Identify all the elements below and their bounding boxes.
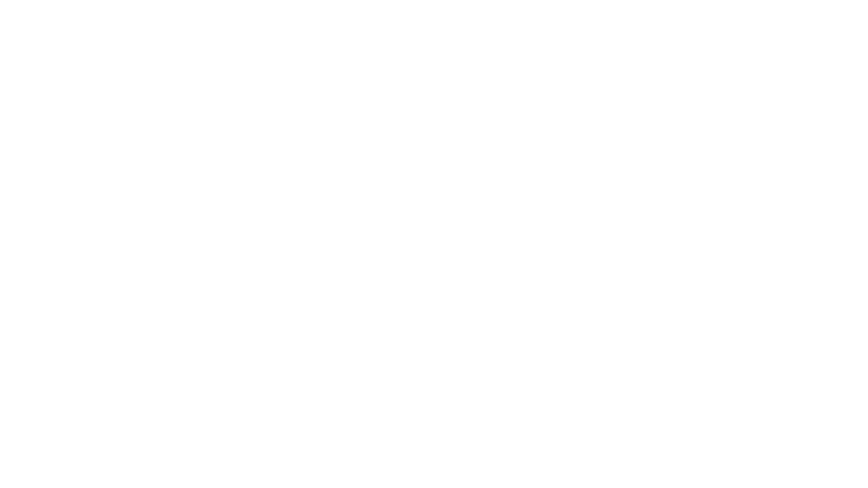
score-color-swatch [852,23,866,27]
spam-color-swatch [852,15,866,19]
not-spam-color-swatch [852,6,866,10]
legend-item-spam [849,15,866,19]
legend [849,6,866,32]
legend-item-not-spam [849,6,866,10]
rbl-statistics-chart [0,0,868,488]
legend-item-score [849,23,866,27]
plot-area [0,0,868,488]
